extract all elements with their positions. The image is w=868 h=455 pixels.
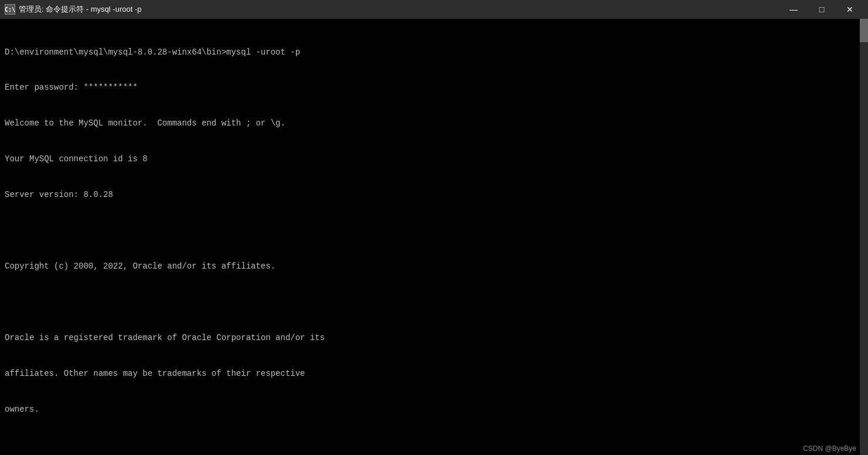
blank3: [5, 439, 863, 450]
cmd-line: D:\environment\mysql\mysql-8.0.28-winx64…: [5, 46, 863, 58]
scrollbar[interactable]: [860, 19, 868, 455]
oracle-line1: Oracle is a registered trademark of Orac…: [5, 332, 863, 344]
version-line: Server version: 8.0.28: [5, 189, 863, 201]
window-icon: C:\: [5, 4, 15, 15]
minimize-button[interactable]: —: [780, 0, 807, 19]
maximize-button[interactable]: □: [808, 0, 835, 19]
copyright-line: Copyright (c) 2000, 2022, Oracle and/or …: [5, 260, 863, 272]
connection-line: Your MySQL connection id is 8: [5, 153, 863, 165]
welcome-line: Welcome to the MySQL monitor. Commands e…: [5, 117, 863, 129]
blank2: [5, 296, 863, 308]
blank1: [5, 225, 863, 236]
terminal-content: D:\environment\mysql\mysql-8.0.28-winx64…: [5, 22, 863, 455]
cmd-window: C:\ 管理员: 命令提示符 - mysql -uroot -p — □ ✕ D…: [0, 0, 868, 455]
oracle-line2: affiliates. Other names may be trademark…: [5, 368, 863, 379]
oracle-line3: owners.: [5, 403, 863, 415]
watermark: CSDN @ByeBye: [803, 444, 856, 453]
scrollbar-thumb[interactable]: [860, 19, 868, 42]
password-line: Enter password: ***********: [5, 82, 863, 93]
close-button[interactable]: ✕: [836, 0, 863, 19]
window-controls: — □ ✕: [780, 0, 863, 19]
window-title: 管理员: 命令提示符 - mysql -uroot -p: [19, 4, 780, 15]
terminal-body[interactable]: D:\environment\mysql\mysql-8.0.28-winx64…: [0, 19, 868, 455]
title-bar: C:\ 管理员: 命令提示符 - mysql -uroot -p — □ ✕: [0, 0, 868, 19]
